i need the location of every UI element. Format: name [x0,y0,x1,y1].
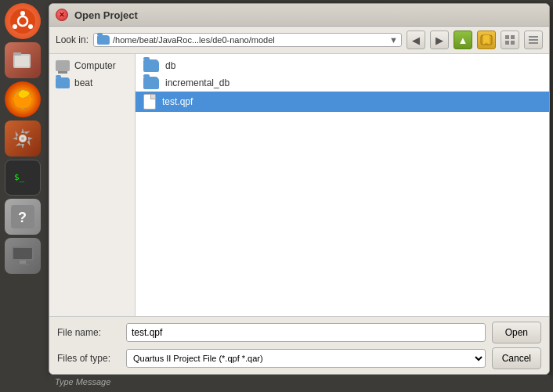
grid-icon [504,34,515,45]
svg-rect-19 [16,264,29,265]
svg-rect-18 [20,261,26,264]
file-browser: Computer beat db incremental_db [49,54,549,316]
bottom-area: File name: Open Files of type: Quartus I… [49,316,549,374]
bookmark-button[interactable] [477,31,496,49]
places-panel: Computer beat [49,54,136,316]
close-button[interactable]: ✕ [56,9,68,21]
svg-rect-6 [13,52,21,56]
grid-view-button[interactable] [501,31,519,49]
file-name-label: File name: [57,327,120,338]
svg-rect-7 [15,56,29,67]
incremental-db-folder-icon [143,77,159,89]
svg-rect-24 [505,41,509,45]
computer-icon [56,60,70,71]
svg-point-3 [13,24,17,29]
sidebar-item-ubuntu[interactable] [5,3,41,39]
open-project-dialog: ✕ Open Project Look in: /home/beat/JavaR… [49,3,550,375]
file-name-row: File name: Open [57,322,541,343]
db-folder-icon [143,59,159,72]
place-label-beat: beat [74,77,92,88]
dialog-titlebar: ✕ Open Project [49,4,549,27]
sidebar-item-settings[interactable] [5,120,41,156]
files-of-type-select[interactable]: Quartus II Project File (*.qpf *.qar) [126,349,486,368]
files-panel: db incremental_db test.qpf [136,54,549,316]
back-button[interactable]: ◀ [407,31,425,49]
ubuntu-icon [10,9,35,34]
file-item-test-qpf[interactable]: test.qpf [136,92,549,112]
sidebar-item-files[interactable] [5,42,41,78]
file-label-test-qpf: test.qpf [162,96,193,107]
cancel-button[interactable]: Cancel [492,347,541,369]
look-in-label: Look in: [56,34,89,45]
sidebar-item-monitor[interactable] [5,238,41,274]
svg-point-2 [20,11,25,16]
monitor-icon [10,245,35,267]
list-view-button[interactable] [524,31,543,49]
open-button[interactable]: Open [492,322,541,343]
terminal-icon: $_ [11,168,34,187]
path-box[interactable]: /home/beat/JavaRoc...les/de0-nano/model … [93,33,402,47]
file-item-db[interactable]: db [136,57,549,74]
svg-rect-28 [529,42,538,44]
svg-rect-17 [13,248,32,259]
sidebar: $_ ? [0,0,45,392]
path-text: /home/beat/JavaRoc...les/de0-nano/model [113,35,386,45]
svg-text:$_: $_ [14,172,25,182]
svg-rect-27 [529,39,538,41]
svg-rect-25 [511,41,515,45]
sidebar-item-firefox[interactable] [5,81,41,117]
svg-point-11 [21,137,24,140]
path-folder-icon [97,35,110,45]
svg-rect-22 [505,35,509,39]
files-of-type-row: Files of type: Quartus II Project File (… [57,347,541,369]
place-item-computer[interactable]: Computer [49,57,135,74]
sidebar-item-help[interactable]: ? [5,199,41,235]
status-text: Type Message [55,377,110,387]
up-button[interactable]: ▲ [454,31,472,49]
files-of-type-label: Files of type: [57,353,120,364]
file-label-db: db [165,60,175,71]
svg-point-4 [28,24,33,29]
main-area: ✕ Open Project Look in: /home/beat/JavaR… [45,0,553,392]
bookmark-icon [480,34,493,45]
help-icon: ? [11,205,34,228]
sidebar-item-terminal[interactable]: $_ [5,160,41,196]
firefox-icon [9,86,36,113]
path-dropdown-arrow[interactable]: ▼ [389,35,398,45]
settings-icon [11,127,34,150]
svg-rect-26 [529,36,538,38]
file-item-incremental-db[interactable]: incremental_db [136,74,549,92]
status-bar: Type Message [49,375,550,389]
forward-button[interactable]: ▶ [430,31,449,49]
svg-text:?: ? [18,210,27,225]
file-name-input[interactable] [126,323,486,342]
dialog-title: Open Project [74,9,138,21]
file-label-incremental-db: incremental_db [165,77,230,88]
test-qpf-doc-icon [143,94,156,110]
place-label-computer: Computer [74,60,116,71]
beat-folder-icon [56,77,70,88]
svg-rect-23 [511,35,515,39]
toolbar: Look in: /home/beat/JavaRoc...les/de0-na… [49,27,549,54]
files-icon [10,48,35,73]
place-item-beat[interactable]: beat [49,74,135,92]
list-icon [528,34,539,45]
